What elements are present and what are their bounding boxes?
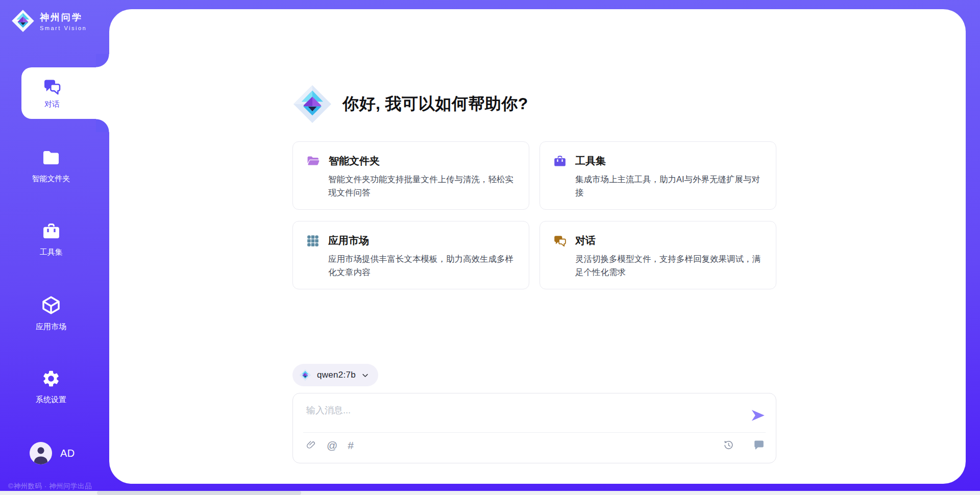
greeting-title: 你好, 我可以如何帮助你? bbox=[342, 93, 528, 115]
hashtag-button[interactable]: # bbox=[348, 440, 354, 451]
horizontal-scrollbar[interactable] bbox=[0, 491, 980, 495]
card-toolset[interactable]: 工具集 集成市场上主流工具，助力AI与外界无缝扩展与对接 bbox=[540, 141, 776, 210]
attach-file-button[interactable] bbox=[306, 439, 316, 451]
send-icon bbox=[750, 408, 765, 423]
user-profile[interactable]: AD bbox=[30, 442, 75, 464]
composer-divider bbox=[303, 432, 766, 433]
model-name: qwen2:7b bbox=[317, 370, 356, 380]
avatar bbox=[30, 442, 52, 464]
grid-icon bbox=[306, 234, 320, 247]
history-icon bbox=[723, 440, 734, 451]
card-app-market[interactable]: 应用市场 应用市场提供丰富长文本模板，助力高效生成多样化文章内容 bbox=[292, 221, 529, 289]
hash-icon: # bbox=[348, 440, 354, 451]
mention-button[interactable]: @ bbox=[327, 440, 337, 451]
message-input[interactable] bbox=[293, 393, 776, 429]
chat-icon bbox=[553, 234, 567, 247]
sidebar-item-settings[interactable]: 系统设置 bbox=[0, 369, 102, 405]
chat-icon bbox=[43, 78, 61, 96]
sidebar-item-label: 智能文件夹 bbox=[0, 174, 102, 184]
feature-cards: 智能文件夹 智能文件夹功能支持批量文件上传与清洗，轻松实现文件问答 工具集 集成… bbox=[292, 141, 776, 289]
scrollbar-thumb[interactable] bbox=[97, 491, 301, 495]
folder-open-icon bbox=[306, 154, 320, 168]
copyright-text: ©神州数码 · 神州问学出品 bbox=[8, 482, 92, 491]
cube-icon bbox=[41, 295, 61, 315]
sidebar-item-folder[interactable]: 智能文件夹 bbox=[0, 148, 102, 184]
assistant-logo-icon bbox=[292, 84, 332, 124]
brand-name: 神州问学 bbox=[40, 11, 87, 23]
briefcase-icon bbox=[553, 155, 567, 168]
sidebar-item-toolset[interactable]: 工具集 bbox=[0, 222, 102, 257]
brand-subtitle: Smart Vision bbox=[40, 25, 87, 31]
send-button[interactable] bbox=[749, 408, 766, 424]
greeting: 你好, 我可以如何帮助你? bbox=[292, 84, 776, 124]
card-title: 对话 bbox=[575, 234, 596, 247]
paperclip-icon bbox=[306, 439, 316, 451]
sidebar-item-label: 工具集 bbox=[0, 247, 102, 257]
folder-icon bbox=[41, 148, 61, 167]
brand: 神州问学 Smart Vision bbox=[11, 9, 87, 33]
history-button[interactable] bbox=[723, 440, 734, 451]
active-tab-flare-top bbox=[96, 54, 109, 67]
sidebar-item-label: 应用市场 bbox=[0, 322, 102, 332]
card-title: 工具集 bbox=[575, 154, 606, 168]
gear-icon bbox=[41, 369, 61, 388]
chevron-down-icon bbox=[361, 372, 369, 379]
briefcase-icon bbox=[42, 222, 61, 241]
card-description: 智能文件夹功能支持批量文件上传与清洗，轻松实现文件问答 bbox=[328, 173, 516, 199]
card-description: 集成市场上主流工具，助力AI与外界无缝扩展与对接 bbox=[575, 173, 763, 199]
card-title: 智能文件夹 bbox=[329, 154, 380, 168]
sidebar: 神州问学 Smart Vision 对话 智能文件夹 工具集 bbox=[0, 0, 109, 495]
sidebar-item-label: 对话 bbox=[44, 100, 60, 109]
sidebar-item-market[interactable]: 应用市场 bbox=[0, 295, 102, 332]
card-description: 应用市场提供丰富长文本模板，助力高效生成多样化文章内容 bbox=[328, 253, 516, 279]
message-composer: @ # bbox=[292, 393, 776, 463]
card-chat[interactable]: 对话 灵活切换多模型文件，支持多样回复效果调试，满足个性化需求 bbox=[540, 221, 776, 289]
user-name: AD bbox=[60, 448, 75, 459]
active-tab-flare-bottom bbox=[96, 119, 109, 132]
card-title: 应用市场 bbox=[328, 234, 369, 247]
feedback-button[interactable] bbox=[753, 439, 765, 451]
sidebar-item-label: 系统设置 bbox=[0, 395, 102, 405]
person-icon bbox=[30, 442, 52, 464]
model-logo-icon bbox=[299, 369, 311, 381]
card-description: 灵活切换多模型文件，支持多样回复效果调试，满足个性化需求 bbox=[575, 253, 763, 279]
main-area: 你好, 我可以如何帮助你? 智能文件夹 智能文件夹功能支持批量文件上传与清洗，轻… bbox=[109, 9, 966, 484]
brand-logo-icon bbox=[11, 9, 35, 33]
message-bubble-icon bbox=[753, 439, 765, 451]
card-smart-folder[interactable]: 智能文件夹 智能文件夹功能支持批量文件上传与清洗，轻松实现文件问答 bbox=[292, 141, 529, 210]
model-selector[interactable]: qwen2:7b bbox=[292, 364, 378, 386]
at-icon: @ bbox=[327, 440, 337, 451]
sidebar-item-chat[interactable]: 对话 bbox=[21, 67, 109, 119]
